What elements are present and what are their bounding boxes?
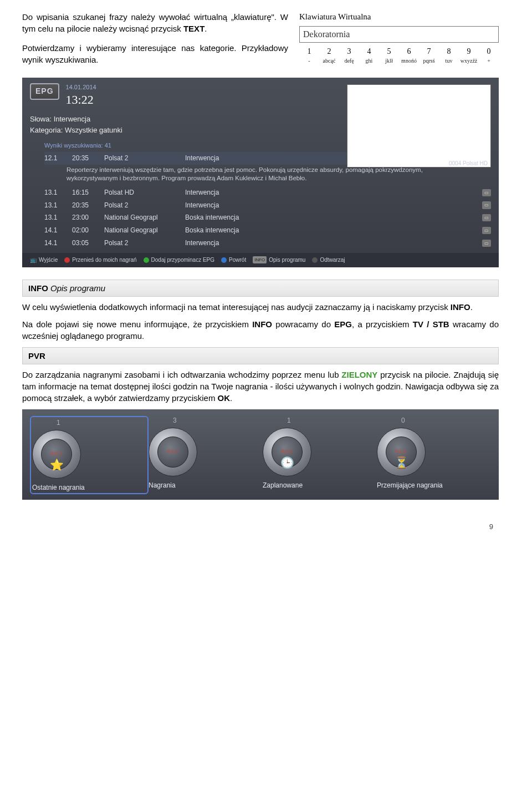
cell: National Geograpl [104,226,176,235]
text: Przenieś do moich nagrań [72,256,136,264]
vk-key[interactable]: 8 [439,46,459,57]
vk-key[interactable]: wxyzźż [459,57,479,65]
pvr-count: 3 [173,416,263,425]
virtual-keyboard: Klawiatura Wirtualna Dekoratornia 1 2 3 … [299,11,499,73]
red-dot-icon [64,257,70,263]
epg-channel-label: 0004 Polsat HD [449,160,488,168]
value: Wszystkie gatunki [65,126,122,134]
epg-screenshot: EPG 14.01.2014 13:22 0004 Polsat HD Słow… [22,78,499,267]
vk-row-digits[interactable]: 1 2 3 4 5 6 7 8 9 0 [299,46,499,57]
star-icon: ⭐ [50,457,64,473]
text: Dodaj przypominacz EPG [151,256,215,264]
pvr-label: Zaplanowane [263,481,377,490]
epg-row[interactable]: 13.1 16:15 Polsat HD Interwencja ▭ [44,186,491,199]
vk-key[interactable]: tuv [439,57,459,65]
blue-dot-icon [221,257,227,263]
cell: 23:00 [72,213,95,222]
vk-key[interactable]: 1 [299,46,319,57]
text: . [230,393,232,403]
vk-title: Klawiatura Wirtualna [299,11,499,23]
vk-key[interactable]: 4 [359,46,379,57]
info-icon: INFO [253,256,267,263]
footer-item[interactable]: INFOOpis programu [253,256,305,264]
vk-row-letters[interactable]: - abcąć defę ghi jklł mnońó pqrsś tuv wx… [299,57,499,65]
cell: Boska interwencja [185,226,473,235]
cell: 13.1 [44,188,63,197]
disc-icon: REC 🕒 [263,428,311,476]
label: Kategoria: [30,126,63,134]
vk-key[interactable]: defę [339,57,359,65]
disc-icon: REC ⭐ [32,430,81,479]
disc-icon: REC ⏳ [377,428,426,476]
vk-key[interactable]: 6 [399,46,419,57]
cell: 13.1 [44,201,63,210]
pvr-label: Przemijające nagrania [377,481,491,490]
vk-key[interactable]: mnońó [399,57,419,65]
value: Interwencja [54,115,90,123]
vk-key[interactable]: jklł [379,57,399,65]
text-bold: TEXT [183,24,204,33]
epg-row[interactable]: 14.1 03:05 Polsat 2 Interwencja ▭ [44,237,491,250]
cell: 02:00 [72,226,95,235]
footer-item[interactable]: Odtwarzaj [312,256,345,264]
footer-item[interactable]: Dodaj przypominacz EPG [144,256,215,264]
cell: 20:35 [72,154,95,163]
text: Opis programu [269,256,305,264]
vk-key[interactable]: 5 [379,46,399,57]
vk-key[interactable]: abcąć [319,57,339,65]
epg-row[interactable]: 13.1 20:35 Polsat 2 Interwencja ▭ [44,199,491,212]
play-dot-icon [312,257,318,263]
vk-input[interactable]: Dekoratornia [299,26,499,43]
green-dot-icon [144,257,149,263]
intro-p2: Potwierdzamy i wybieramy interesujące na… [22,42,288,65]
label: Słowa: [30,115,52,123]
text-bold: TV / STB [413,319,449,329]
info-p1: W celu wyświetlenia dodatkowych informac… [22,301,499,313]
text-bold: OK [218,393,231,403]
pvr-item-nagrania[interactable]: 3 REC Nagrania [149,416,263,495]
badge-icon: ▭ [482,214,491,221]
vk-key[interactable]: 7 [419,46,439,57]
info-p2: Na dole pojawi się nowe menu informujące… [22,318,499,342]
epg-footer: 📺Wyjście Przenieś do moich nagrań Dodaj … [22,253,499,267]
vk-key[interactable]: 0 [479,46,499,57]
pvr-label: Ostatnie nagrania [32,483,146,493]
pvr-count: 0 [401,416,491,425]
cell: 03:05 [72,238,95,248]
epg-row-desc: Reporterzy interweniują wszędzie tam, gd… [44,165,491,186]
badge-icon: ▭ [482,201,491,209]
epg-row[interactable]: 14.1 02:00 National Geograpl Boska inter… [44,224,491,237]
text: W celu wyświetlenia dodatkowych informac… [22,302,451,312]
vk-key[interactable]: 2 [319,46,339,57]
cell: 20:35 [72,201,95,210]
text: . [204,24,207,33]
disc-icon: REC [149,428,197,476]
text: Do wpisania szukanej frazy należy wywoła… [22,12,288,33]
text: Powrót [229,256,246,264]
epg-preview [347,84,491,168]
cell: Interwencja [185,188,473,197]
footer-item[interactable]: Powrót [221,256,246,264]
text: Odtwarzaj [320,256,345,264]
pvr-item-zaplanowane[interactable]: 1 REC 🕒 Zaplanowane [263,416,377,495]
vk-key[interactable]: - [299,57,319,65]
pvr-item-ostatnie[interactable]: 1 REC ⭐ Ostatnie nagrania [30,416,149,495]
vk-key[interactable]: pqrsś [419,57,439,65]
vk-key[interactable]: + [479,57,499,65]
footer-item[interactable]: 📺Wyjście [30,256,58,264]
epg-time: 13:22 [66,92,96,109]
text-bold: INFO [451,302,470,312]
vk-key[interactable]: 3 [339,46,359,57]
pvr-item-przemijajace[interactable]: 0 REC ⏳ Przemijające nagrania [377,416,491,495]
cell: Polsat 2 [104,154,176,163]
epg-row[interactable]: 13.1 23:00 National Geograpl Boska inter… [44,211,491,224]
text-bold: PVR [28,351,45,361]
footer-item[interactable]: Przenieś do moich nagrań [64,256,136,264]
epg-logo: EPG [30,83,59,100]
vk-key[interactable]: ghi [359,57,379,65]
vk-key[interactable]: 9 [459,46,479,57]
page-number: 9 [22,522,499,532]
pvr-icons-screenshot: 1 REC ⭐ Ostatnie nagrania 3 REC Nagrania… [22,409,499,500]
text-bold: EPG [334,319,352,329]
badge-icon: ▭ [482,227,491,234]
